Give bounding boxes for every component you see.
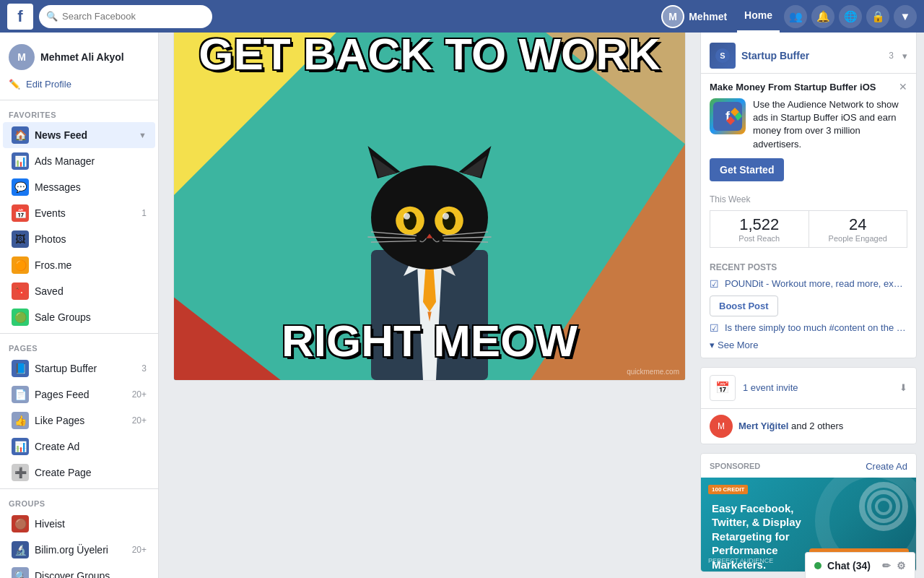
like-pages-label: Like Pages [35, 415, 126, 426]
event-icon: 📅 [710, 375, 736, 401]
sidebar-item-discover-groups[interactable]: 🔍 Discover Groups [3, 563, 155, 578]
edit-icon: ✏️ [9, 79, 20, 90]
post-reach-label: Post Reach [715, 234, 804, 243]
bilim-label: Bilim.org Üyeleri [35, 544, 126, 556]
groups-section-title: GROUPS [0, 492, 158, 511]
ad-close-button[interactable]: ✕ [899, 81, 907, 92]
startup-buffer-icon: 📘 [12, 360, 29, 377]
startup-buffer-count: 3 [141, 363, 147, 374]
home-button[interactable]: Home [737, 0, 780, 33]
edit-profile-label: Edit Profile [26, 79, 71, 90]
chat-settings-icon[interactable]: ⚙ [897, 560, 906, 571]
startup-buffer-page-icon: S [710, 43, 736, 69]
sidebar-item-startup-buffer[interactable]: 📘 Startup Buffer 3 [3, 355, 155, 381]
ad-credit-badge: 100 CREDIT [708, 485, 748, 494]
get-started-button[interactable]: Get Started [710, 158, 784, 181]
dropdown-icon[interactable]: ▼ [894, 5, 917, 28]
post-2-text[interactable]: Is there simply too much #content on the… [725, 322, 907, 333]
event-invite-row[interactable]: 📅 1 event invite ⬇ [701, 368, 916, 409]
ads-manager-label: Ads Manager [35, 155, 147, 167]
photos-icon: 🖼 [12, 230, 29, 248]
like-pages-icon: 👍 [12, 412, 29, 429]
chat-compose-icon[interactable]: ✏ [882, 560, 891, 571]
meme-post: GET BACK TO WORK RIGHT MEOW quickmeme.co… [173, 14, 686, 381]
sidebar-item-hiveist[interactable]: 🟤 Hiveist [3, 511, 155, 537]
chat-bar[interactable]: Chat (34) ✏ ⚙ [805, 552, 915, 578]
people-engaged-stat: 24 People Engaged [808, 210, 908, 248]
sale-groups-icon: 🟢 [12, 309, 29, 326]
profile-link[interactable]: M Mehmet Ali Akyol [0, 38, 158, 76]
download-icon[interactable]: ⬇ [899, 382, 907, 393]
sidebar-item-bilim[interactable]: 🔬 Bilim.org Üyeleri 20+ [3, 537, 155, 563]
svg-point-22 [443, 213, 449, 220]
startup-buffer-page-name: Startup Buffer [741, 50, 883, 61]
event-invite-panel: 📅 1 event invite ⬇ M Mert Yiğitel and 2 … [700, 367, 917, 444]
meme-attribution: quickmeme.com [627, 368, 679, 376]
search-bar[interactable]: 🔍 [39, 5, 212, 28]
meme-text-bottom: RIGHT MEOW [174, 316, 685, 366]
event-invite-text: 1 event invite [743, 382, 798, 393]
sidebar-item-frosme[interactable]: 🟠 Fros.me [3, 252, 155, 278]
startup-buffer-page-count: 3 [889, 51, 894, 61]
recent-post-2: ☑ Is there simply too much #content on t… [710, 322, 907, 334]
top-navigation: f 🔍 M Mehmet Home 👥 🔔 🌐 🔒 ▼ [0, 0, 924, 33]
recent-posts-title: Recent Posts [710, 262, 907, 272]
people-engaged-number: 24 [814, 215, 903, 234]
chat-label: Chat (34) [827, 560, 871, 571]
favorites-section-title: FAVORITES [0, 103, 158, 122]
frosme-icon: 🟠 [12, 256, 29, 274]
your-pages-panel: YOUR PAGES ▾ S Startup Buffer 3 ▾ Make M… [700, 14, 917, 358]
create-page-icon: ➕ [12, 464, 29, 481]
sidebar-item-sale-groups[interactable]: 🟢 Sale Groups [3, 304, 155, 330]
pages-section-title: PAGES [0, 337, 158, 355]
create-page-label: Create Page [35, 467, 147, 478]
news-feed: GET BACK TO WORK RIGHT MEOW quickmeme.co… [173, 14, 686, 578]
sidebar-item-messages[interactable]: 💬 Messages [3, 174, 155, 200]
create-ad-link[interactable]: Create Ad [866, 461, 907, 472]
globe-icon[interactable]: 🌐 [839, 5, 862, 28]
startup-buffer-page-row[interactable]: S Startup Buffer 3 ▾ [701, 38, 916, 73]
sidebar-item-create-page[interactable]: ➕ Create Page [3, 460, 155, 486]
facebook-logo: f [7, 4, 33, 30]
stats-panel: This Week 1,522 Post Reach 24 People Eng… [701, 189, 916, 256]
sidebar-item-ads-manager[interactable]: 📊 Ads Manager [3, 148, 155, 174]
startup-buffer-label: Startup Buffer [35, 363, 136, 374]
inviter-avatar: M [710, 415, 733, 438]
meme-image: GET BACK TO WORK RIGHT MEOW quickmeme.co… [174, 15, 685, 380]
post-1-text[interactable]: POUNDit - Workout more, read more, explo… [725, 278, 907, 289]
nav-right: M Mehmet Home 👥 🔔 🌐 🔒 ▼ [655, 0, 917, 33]
perfect-audience-logo: PERFECT AUDIENCE [708, 557, 773, 564]
recent-post-1: ☑ POUNDit - Workout more, read more, exp… [710, 278, 907, 290]
pages-feed-label: Pages Feed [35, 389, 126, 400]
notifications-icon[interactable]: 🔔 [811, 5, 834, 28]
ad-panel-title: Make Money From Startup Buffer iOS [710, 82, 876, 92]
nav-user[interactable]: M Mehmet [655, 5, 733, 28]
sidebar-item-events[interactable]: 📅 Events 1 [3, 200, 155, 226]
svg-point-12 [371, 165, 488, 269]
discover-groups-icon: 🔍 [12, 567, 29, 578]
sidebar-item-photos[interactable]: 🖼 Photos [3, 226, 155, 252]
ad-description: Use the Audience Network to show ads in … [753, 98, 907, 151]
sidebar-item-pages-feed[interactable]: 📄 Pages Feed 20+ [3, 381, 155, 407]
sidebar-item-create-ad[interactable]: 📊 Create Ad [3, 434, 155, 460]
invite-text: Mert Yiğitel and 2 others [738, 420, 843, 431]
see-more-chevron: ▾ [710, 340, 715, 350]
chat-icons: ✏ ⚙ [882, 560, 906, 571]
sidebar-item-saved[interactable]: 🔖 Saved [3, 278, 155, 304]
profile-name: Mehmet Ali Akyol [40, 51, 124, 63]
this-week-label: This Week [710, 194, 907, 204]
edit-profile-link[interactable]: ✏️ Edit Profile [0, 76, 158, 97]
saved-icon: 🔖 [12, 282, 29, 300]
sidebar-item-like-pages[interactable]: 👍 Like Pages 20+ [3, 407, 155, 434]
see-more-link[interactable]: ▾ See More [710, 340, 907, 350]
ads-manager-icon: 📊 [12, 152, 29, 170]
settings-icon[interactable]: 🔒 [866, 5, 889, 28]
main-content: GET BACK TO WORK RIGHT MEOW quickmeme.co… [159, 0, 924, 578]
friend-requests-icon[interactable]: 👥 [784, 5, 807, 28]
svg-point-21 [404, 213, 410, 220]
search-input[interactable] [62, 11, 205, 22]
ad-content: f Use the Audience Network to show ads i… [710, 98, 907, 151]
boost-post-button[interactable]: Boost Post [710, 296, 778, 316]
sidebar-item-news-feed[interactable]: 🏠 News Feed ▼ [3, 122, 155, 148]
sponsored-label: SPONSORED [710, 462, 760, 470]
